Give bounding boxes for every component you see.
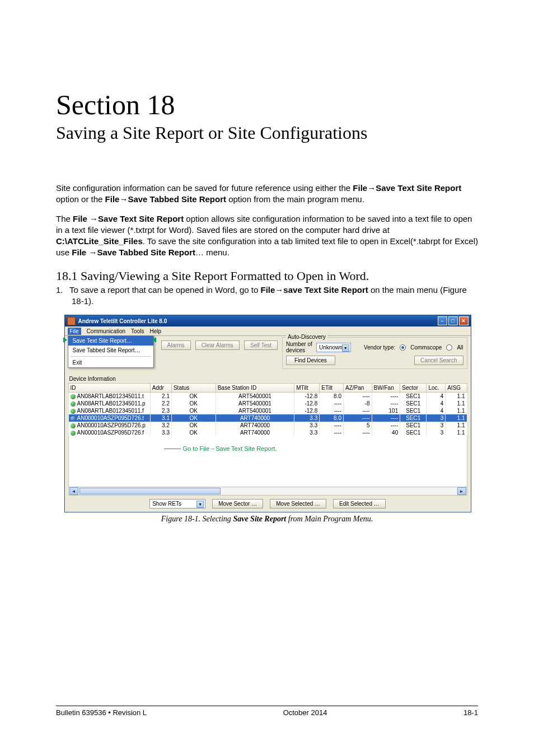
section-number: Section 18: [56, 90, 478, 120]
menubar: File Communication Tools Help: [65, 326, 471, 336]
col-aisg[interactable]: AISG: [446, 384, 467, 393]
col-addr[interactable]: Addr: [150, 384, 171, 393]
intro-para-1: Site configuration information can be sa…: [56, 183, 478, 206]
table-header-row: ID Addr Status Base Station ID MTilt ETi…: [68, 384, 467, 393]
status-dot-icon: [71, 402, 76, 407]
bold: File: [105, 194, 120, 204]
col-status[interactable]: Status: [171, 384, 216, 393]
table-row[interactable]: AN000010ASZP095D726.p3.2OKART7400003.3--…: [68, 422, 467, 429]
bold: Save Tabbed Site Report: [128, 194, 226, 204]
num-devices-label: Number ofdevices: [286, 341, 313, 353]
step-1: 1. To save a report that can be opened i…: [56, 284, 478, 307]
table-row[interactable]: AN000010ASZP095D726.t3.1OKART7400003.38.…: [68, 414, 467, 422]
col-id[interactable]: ID: [68, 384, 150, 393]
horizontal-scrollbar[interactable]: ◄ ►: [68, 487, 467, 496]
text: To save a report that can be opened in W…: [69, 285, 261, 295]
scroll-left-button[interactable]: ◄: [69, 487, 78, 495]
text: →: [119, 194, 128, 204]
bottom-bar: Show RETs Move Sector … Move Selected … …: [68, 496, 467, 508]
bold: Save Text Site Report: [98, 214, 184, 223]
app-window: Andrew Teletilt Controller Lite 8.0 – □ …: [64, 315, 471, 512]
text: from Main Program Menu.: [286, 515, 373, 523]
table-row[interactable]: AN08ARTLAB012345011.t2.1OKART5400001-12.…: [68, 393, 467, 400]
move-selected-button[interactable]: Move Selected …: [270, 499, 326, 508]
footer-center: October 2014: [283, 708, 327, 717]
alarms-button[interactable]: Alarms: [161, 340, 191, 350]
edit-selected-button[interactable]: Edit Selected …: [333, 499, 386, 508]
vendor-all-label: All: [457, 344, 463, 351]
show-select[interactable]: Show RETs: [149, 499, 205, 508]
annotation-callout: Go to File→Save Text Site Report.: [164, 445, 277, 452]
file-menu-save-tabbed[interactable]: Save Tabbed Site Report…: [68, 346, 153, 355]
figure-caption: Figure 18-1. Selecting Save Site Report …: [64, 515, 470, 524]
menu-file[interactable]: File: [68, 328, 81, 335]
footer-right: 18-1: [463, 708, 478, 717]
maximize-button[interactable]: □: [448, 316, 458, 325]
menu-tools[interactable]: Tools: [131, 328, 144, 334]
annotation-line-icon: [164, 449, 181, 449]
text: Figure 18-1. Selecting: [161, 515, 233, 523]
col-azpan[interactable]: AZ/Pan: [344, 384, 372, 393]
menu-communication[interactable]: Communication: [87, 328, 125, 334]
col-mtilt[interactable]: MTilt: [294, 384, 320, 393]
status-dot-icon: [71, 423, 76, 428]
bold: File: [261, 285, 275, 295]
footer-rule: [56, 706, 478, 706]
col-bwfan[interactable]: BW/Fan: [372, 384, 400, 393]
status-dot-icon: [71, 416, 76, 421]
grid-empty-area: Go to File→Save Text Site Report.: [68, 436, 467, 487]
text: →: [275, 285, 283, 295]
status-dot-icon: [71, 409, 76, 414]
vendor-type-label: Vendor type:: [364, 344, 395, 351]
col-loc[interactable]: Loc.: [427, 384, 446, 393]
num-devices-select[interactable]: Unknown: [316, 343, 351, 352]
bold: C:\ATCLite_Site_Files: [56, 236, 143, 246]
device-information-label: Device Information: [69, 376, 467, 382]
bold: File: [73, 214, 90, 223]
bold: Save Text Site Report: [376, 183, 461, 193]
scroll-right-button[interactable]: ►: [457, 487, 466, 495]
text: →: [90, 214, 98, 223]
cancel-search-button[interactable]: Cancel Search: [414, 356, 463, 365]
col-etilt[interactable]: ETilt: [320, 384, 344, 393]
annotation-text: Go to File→Save Text Site Report.: [183, 445, 277, 452]
app-icon: [67, 317, 76, 325]
col-bsid[interactable]: Base Station ID: [216, 384, 294, 393]
table-row[interactable]: AN08ARTLAB012345011.f2.3OKART5400001-12.…: [68, 407, 467, 414]
vendor-all-radio[interactable]: [446, 344, 452, 351]
text: The: [56, 214, 73, 223]
bold: Save Site Report: [233, 515, 286, 523]
self-test-button[interactable]: Self Test: [244, 340, 278, 350]
close-button[interactable]: ✕: [459, 316, 469, 325]
vendor-commscope-radio[interactable]: [400, 344, 406, 351]
move-sector-button[interactable]: Move Sector …: [212, 499, 263, 508]
file-menu-exit[interactable]: Exit: [68, 358, 153, 367]
scroll-thumb[interactable]: [79, 488, 221, 494]
text: →: [88, 248, 97, 257]
window-buttons: – □ ✕: [438, 316, 469, 325]
table-row[interactable]: AN08ARTLAB012345011.p2.2OKART5400001-12.…: [68, 400, 467, 407]
text: option or the: [56, 194, 105, 204]
menu-help[interactable]: Help: [149, 328, 161, 334]
find-devices-button[interactable]: Find Devices: [286, 356, 335, 365]
col-sector[interactable]: Sector: [400, 384, 427, 393]
text: … menu.: [195, 248, 229, 257]
file-menu-separator: [71, 356, 151, 357]
bold: save Text Site Report: [283, 285, 368, 295]
page-footer: Bulletin 639536 • Revision L October 201…: [56, 706, 478, 717]
scroll-track[interactable]: [79, 488, 456, 494]
clear-alarms-button[interactable]: Clear Alarms: [195, 340, 240, 350]
status-dot-icon: [71, 394, 76, 399]
list-number: 1.: [56, 284, 67, 296]
minimize-button[interactable]: –: [438, 316, 447, 325]
file-menu-dropdown: Save Text Site Report… Save Tabbed Site …: [68, 335, 154, 368]
status-dot-icon: [71, 431, 76, 436]
section-title: Saving a Site Report or Site Configurati…: [56, 123, 478, 143]
bold: File: [72, 248, 88, 257]
vendor-commscope-label: Commscope: [410, 344, 442, 351]
auto-discovery-group: Auto-Discovery Number ofdevices Unknown …: [282, 337, 467, 369]
auto-discovery-legend: Auto-Discovery: [286, 334, 327, 340]
file-menu-save-text[interactable]: Save Text Site Report…: [68, 336, 153, 346]
figure-18-1: Andrew Teletilt Controller Lite 8.0 – □ …: [64, 315, 470, 524]
table-row[interactable]: AN000010ASZP095D726.f3.3OKART7400003.3--…: [68, 429, 467, 436]
